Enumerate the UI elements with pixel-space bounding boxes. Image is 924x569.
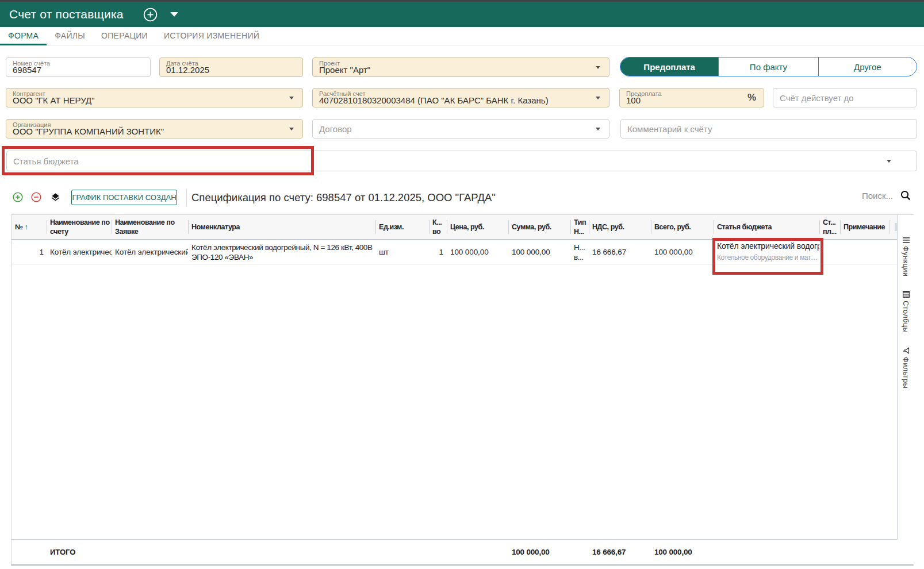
project-select[interactable]: Проект Проект "Арт" <box>312 57 609 77</box>
column-header-budget-item[interactable]: Статья бюджета <box>714 215 819 239</box>
functions-button[interactable]: Функции <box>898 237 914 276</box>
delivery-schedule-button[interactable]: ГРАФИК ПОСТАВКИ СОЗДАН <box>71 190 177 205</box>
cell-price[interactable]: 100 000,00 <box>447 240 508 264</box>
cell-note[interactable] <box>840 240 890 264</box>
budget-item-name: Котёл электрический водогрейный <box>717 241 819 251</box>
app-header: Счет от поставщика <box>0 2 924 27</box>
tab-operacii[interactable]: ОПЕРАЦИИ <box>93 27 156 45</box>
cell-vat[interactable]: 16 666,67 <box>589 240 651 264</box>
column-header-amount[interactable]: Сумма, руб. <box>508 215 570 239</box>
remove-row-button[interactable] <box>31 192 41 202</box>
column-header-note[interactable]: Примечание <box>840 215 890 239</box>
budget-item-select[interactable]: Статья бюджета <box>6 151 917 171</box>
toggle-prepayment[interactable]: Предоплата <box>620 57 718 76</box>
table-search[interactable]: Поиск... <box>862 190 911 201</box>
chevron-down-icon <box>596 97 600 99</box>
column-header-nomenclature[interactable]: Номенклатура <box>188 215 375 239</box>
invoice-number-field[interactable]: Номер счёта 698547 <box>6 57 151 77</box>
contract-select[interactable]: Договор <box>312 119 609 139</box>
valid-until-field[interactable]: Счёт действует до <box>773 88 917 107</box>
cell-total[interactable]: 100 000,00 <box>651 240 714 264</box>
cell-amount[interactable]: 100 000,00 <box>508 240 570 264</box>
layers-button[interactable] <box>50 191 61 202</box>
layers-icon <box>50 191 61 202</box>
cell-nomenclature[interactable]: Котёл электрический водогрейный, N = 126… <box>188 240 375 264</box>
contract-placeholder: Договор <box>319 124 352 134</box>
tab-istoriya[interactable]: ИСТОРИЯ ИЗМЕНЕНИЙ <box>156 27 267 45</box>
table-grid: № ↑ Наименование по счету Наименование п… <box>11 215 898 564</box>
counterparty-select[interactable]: Контрагент ООО "ГК АТ НЕРУД" <box>6 88 303 107</box>
columns-icon <box>903 291 910 298</box>
column-header-total[interactable]: Всего, руб. <box>651 215 714 239</box>
search-placeholder: Поиск... <box>862 191 893 201</box>
search-icon <box>900 190 911 201</box>
circle-plus-icon <box>143 7 158 22</box>
comment-placeholder: Комментарий к счёту <box>627 124 712 134</box>
table-side-panel: Функции Столбцы Фильтры <box>898 215 914 564</box>
specification-title: Спецификация по счету: 698547 от 01.12.2… <box>191 191 496 204</box>
column-header-price[interactable]: Цена, руб. <box>447 215 508 239</box>
tab-forma[interactable]: ФОРМА <box>0 27 47 45</box>
add-row-button[interactable] <box>13 192 23 202</box>
cell-qty[interactable]: 1 <box>429 240 447 264</box>
columns-label: Столбцы <box>902 301 910 333</box>
cell-budget-item[interactable]: Котёл электрический водогрейный Котельно… <box>714 240 819 264</box>
chevron-down-icon <box>596 66 600 69</box>
functions-label: Функции <box>902 246 910 276</box>
organization-value: ООО "ГРУППА КОМПАНИЙ ЗОНТИК" <box>13 126 164 136</box>
valid-until-placeholder: Счёт действует до <box>780 93 854 103</box>
column-header-vat[interactable]: НДС, руб. <box>589 215 651 239</box>
menu-icon <box>903 237 910 243</box>
specification-table: № ↑ Наименование по счету Наименование п… <box>11 214 914 566</box>
cell-vat-type[interactable]: Н... в... <box>570 240 589 264</box>
filters-button[interactable]: Фильтры <box>898 347 914 389</box>
footer-total: 100 000,00 <box>651 548 714 556</box>
organization-select[interactable]: Организация ООО "ГРУППА КОМПАНИЙ ЗОНТИК" <box>6 119 303 139</box>
columns-button[interactable]: Столбцы <box>898 291 914 333</box>
invoice-date-field[interactable]: Дата счёта 01.12.2025 <box>159 57 303 77</box>
toggle-other[interactable]: Другое <box>818 57 917 76</box>
tab-faily[interactable]: ФАЙЛЫ <box>47 27 93 45</box>
column-header-qty[interactable]: К... во <box>429 215 447 239</box>
chevron-down-icon <box>887 160 891 163</box>
counterparty-value: ООО "ГК АТ НЕРУД" <box>13 95 95 105</box>
column-header-unit[interactable]: Ед.изм. <box>375 215 429 239</box>
prepayment-value: 100 <box>626 95 641 105</box>
column-header-name-request[interactable]: Наименование по Заявке <box>112 215 188 239</box>
project-value: Проект "Арт" <box>319 65 370 75</box>
comment-field[interactable]: Комментарий к счёту <box>620 119 917 139</box>
sort-asc-icon: ↑ <box>25 222 28 232</box>
title-menu-caret-icon[interactable] <box>170 12 178 17</box>
cell-num[interactable]: 1 <box>11 240 47 264</box>
budget-item-group: Котельное оборудование и мат… <box>717 253 817 263</box>
cell-spacer <box>890 240 897 264</box>
toolbar-divider <box>186 189 187 206</box>
column-header-payment-status[interactable]: Ст... пл... <box>819 215 840 239</box>
cell-name-invoice[interactable]: Котёл электрический <box>47 240 112 264</box>
cell-unit[interactable]: шт <box>375 240 429 264</box>
remove-circle-icon <box>31 192 41 202</box>
add-circle-icon <box>13 192 23 202</box>
column-header-num[interactable]: № ↑ <box>11 215 47 239</box>
add-invoice-button[interactable] <box>143 7 158 22</box>
bank-account-value: 40702810180320003484 (ПАО "АК БАРС" БАНК… <box>319 95 549 105</box>
filters-label: Фильтры <box>902 357 910 389</box>
footer-total-label: ИТОГО <box>47 548 112 556</box>
invoice-date-value: 01.12.2025 <box>166 65 209 75</box>
prepayment-percent-field[interactable]: Предоплата 100 % <box>619 88 764 107</box>
table-header-row: № ↑ Наименование по счету Наименование п… <box>11 215 897 240</box>
cell-payment-status[interactable] <box>819 240 840 264</box>
footer-amount: 100 000,00 <box>508 548 570 556</box>
column-header-name-invoice[interactable]: Наименование по счету <box>47 215 112 239</box>
bank-account-select[interactable]: Расчётный счет 40702810180320003484 (ПАО… <box>312 88 609 107</box>
vertical-scrollbar-thumb[interactable] <box>895 223 897 231</box>
budget-item-placeholder: Статья бюджета <box>13 156 79 166</box>
invoice-number-value: 698547 <box>13 65 41 75</box>
supplier-invoice-page: Счет от поставщика ФОРМА ФАЙЛЫ ОПЕРАЦИИ … <box>0 0 924 569</box>
chevron-down-icon <box>596 128 600 130</box>
toggle-by-fact[interactable]: По факту <box>718 57 818 76</box>
column-header-vat-type[interactable]: Тип Н... <box>570 215 589 239</box>
table-row[interactable]: 1 Котёл электрический Котёл электрически… <box>11 240 897 264</box>
percent-icon: % <box>747 92 756 103</box>
cell-name-request[interactable]: Котёл электрический <box>112 240 188 264</box>
